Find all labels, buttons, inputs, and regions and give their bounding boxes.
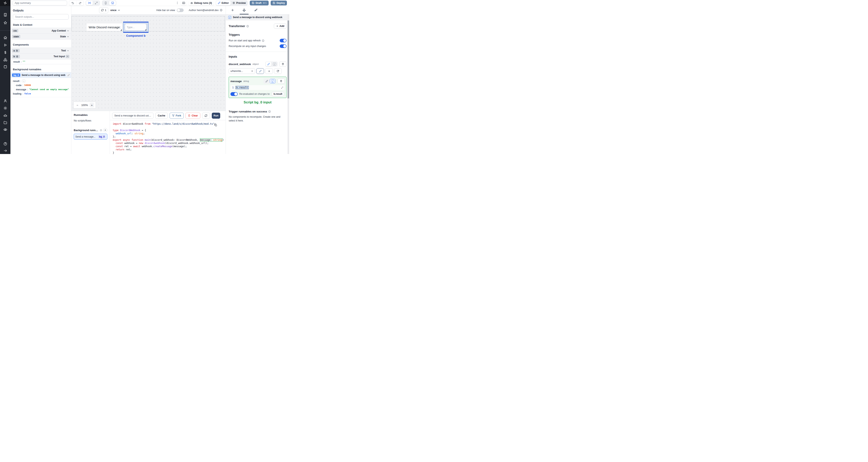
windmill-logo[interactable]	[0, 0, 10, 6]
script-toolbar: Send a message to discord using Cache Fo…	[110, 111, 226, 120]
connect-plug-button[interactable]	[279, 61, 286, 67]
static-edit-pencil-button[interactable]	[264, 79, 270, 83]
home-icon[interactable]	[3, 36, 7, 39]
undo-redo-group	[69, 0, 84, 6]
output-row-state[interactable]: state State	[10, 34, 71, 39]
cache-button[interactable]: Cache	[155, 113, 168, 119]
interval-dropdown[interactable]: once	[110, 9, 120, 12]
deploy-button[interactable]: Deploy	[271, 1, 287, 5]
expression-value: b.result	[236, 86, 249, 89]
tab-insert-component[interactable]	[227, 6, 238, 14]
clear-button[interactable]: Clear	[185, 113, 200, 119]
variables-dollar-icon[interactable]	[3, 51, 7, 55]
component-row-b[interactable]: b Text Input	[10, 54, 71, 59]
component-row-a[interactable]: a Text	[10, 48, 71, 54]
resources-cubes-icon[interactable]	[3, 58, 7, 62]
resource-picker-field[interactable]: u/henri/te...	[229, 68, 255, 74]
ctx-badge: ctx	[12, 29, 18, 32]
static-edit-pencil-button[interactable]	[266, 62, 271, 66]
fullscreen-button[interactable]	[93, 1, 100, 5]
run-on-start-toggle[interactable]	[280, 39, 286, 42]
reeval-target-pill[interactable]: b.result	[272, 92, 284, 96]
resize-handle[interactable]	[121, 29, 122, 31]
more-menu-icon[interactable]	[176, 1, 179, 4]
refresh-script-button[interactable]	[202, 113, 210, 119]
audit-eye-icon[interactable]	[3, 128, 7, 132]
redo-button[interactable]	[76, 1, 84, 5]
reeval-toggle[interactable]	[230, 92, 238, 96]
collapse-arrow-icon[interactable]	[3, 148, 7, 153]
plug-icon	[281, 63, 284, 65]
copy-code-icon[interactable]	[214, 124, 217, 127]
connect-plug-button[interactable]	[277, 78, 285, 84]
text-component-a[interactable]: Write Discord message:	[87, 24, 122, 31]
tab-component-settings[interactable]	[238, 6, 250, 14]
code-editor[interactable]: import discordwebhook from "https://deno…	[110, 120, 226, 154]
message-input-name: message	[230, 80, 242, 83]
zoom-out-button[interactable]: −	[75, 103, 80, 107]
edit-pencil-icon[interactable]	[67, 73, 70, 77]
folders-icon[interactable]	[3, 121, 7, 125]
help-icon[interactable]	[3, 142, 7, 146]
triggers-title: Triggers	[229, 33, 286, 36]
b-result-value: ""	[23, 60, 25, 63]
scrollbar-thumb[interactable]	[287, 21, 289, 98]
clear-resource-icon[interactable]	[251, 70, 253, 72]
edit-resource-pencil-button[interactable]	[256, 68, 264, 74]
preview-tab[interactable]: Preview	[231, 1, 248, 5]
fork-button[interactable]: Fork	[169, 113, 184, 119]
users-icon[interactable]	[3, 99, 7, 103]
runnable-item-bg0[interactable]: Send a message... bg_0	[74, 134, 107, 139]
runs-play-icon[interactable]	[3, 43, 7, 47]
bg0-loading-row: loading: false	[10, 92, 71, 96]
right-panel-scrollbar[interactable]	[287, 14, 289, 154]
workers-robot-icon[interactable]	[3, 113, 7, 118]
hand-pointer-icon	[16, 55, 19, 58]
right-panel-tabs	[226, 6, 289, 14]
workspace-icon[interactable]	[3, 13, 7, 16]
debug-runs-button[interactable]: Debug runs (3)	[188, 1, 214, 5]
center-layout-button[interactable]	[86, 1, 93, 5]
line-number: 1	[231, 86, 234, 89]
desktop-view-button[interactable]	[109, 1, 116, 5]
text-input-component[interactable]	[125, 24, 147, 31]
mobile-view-button[interactable]	[102, 1, 109, 5]
editor-tab[interactable]: Editor	[216, 1, 231, 5]
draft-button[interactable]: Draft⌘S	[250, 1, 269, 5]
hide-bar-label: Hide bar on view	[156, 9, 175, 12]
tab-styling[interactable]	[250, 6, 261, 14]
eval-function-button[interactable]: f	[272, 62, 277, 66]
eval-function-button[interactable]: f	[270, 79, 276, 83]
recompute-toggle[interactable]	[280, 44, 286, 48]
refresh-count-button[interactable]: 1	[99, 7, 108, 13]
hide-bar-toggle[interactable]	[177, 8, 184, 12]
info-icon	[246, 25, 249, 28]
collapse-json-button[interactable]: -	[22, 79, 25, 82]
outputs-title: Outputs	[10, 6, 71, 12]
reload-resource-button[interactable]	[274, 68, 282, 74]
schedules-calendar-icon[interactable]	[3, 65, 7, 69]
app-canvas[interactable]: Write Discord message: Component b − 100…	[71, 14, 226, 111]
expression-mini-editor[interactable]: 1 b.result	[230, 85, 285, 90]
collapse-chevron-up-button[interactable]	[66, 55, 69, 58]
favorites-star-icon[interactable]	[3, 21, 7, 25]
add-background-runnable-button[interactable]	[103, 128, 107, 132]
docs-book-button[interactable]	[181, 1, 186, 5]
inputs-title: Inputs	[229, 55, 286, 58]
undo-button[interactable]	[69, 1, 76, 5]
run-button[interactable]: Run	[212, 113, 220, 119]
output-row-ctx[interactable]: ctx App Context	[10, 28, 71, 34]
app-summary-input[interactable]	[12, 1, 67, 5]
expand-editor-icon[interactable]	[280, 86, 284, 89]
paintbrush-icon	[254, 8, 257, 12]
zoom-in-button[interactable]: +	[90, 103, 94, 107]
search-outputs-input[interactable]	[13, 14, 69, 20]
add-resource-button[interactable]	[265, 68, 273, 74]
settings-gear-icon[interactable]	[3, 106, 7, 110]
script-title-tab[interactable]: Send a message to discord using	[112, 113, 154, 119]
add-transformer-button[interactable]: Add	[274, 24, 286, 29]
selected-component-b[interactable]	[123, 22, 149, 33]
b-result-row[interactable]: result : ""	[10, 59, 71, 64]
bg0-output-row[interactable]: bg_0 Send a message to discord using web…	[10, 72, 71, 78]
rail-divider	[0, 30, 10, 31]
